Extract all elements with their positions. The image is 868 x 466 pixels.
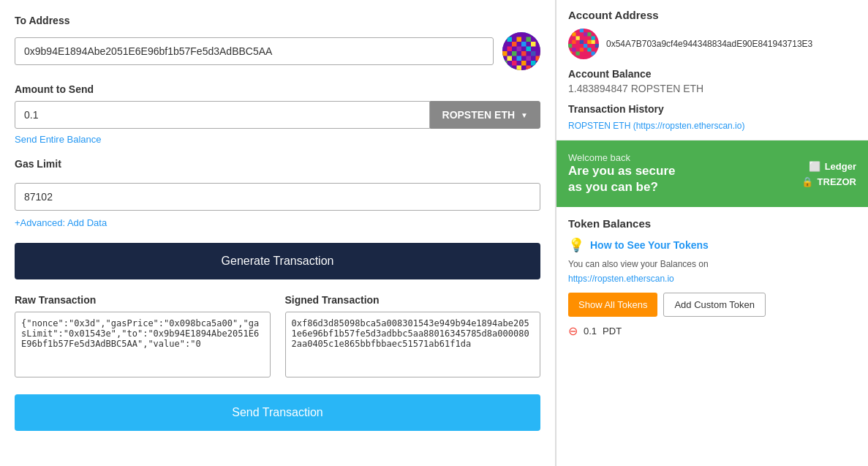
- tx-history-link[interactable]: ROPSTEN ETH (https://ropsten.etherscan.i…: [568, 121, 744, 131]
- bulb-icon: 💡: [568, 237, 584, 253]
- svg-rect-10: [502, 51, 507, 56]
- ledger-label: Ledger: [825, 161, 856, 172]
- svg-rect-1: [507, 37, 513, 42]
- how-to-row: 💡 How to See Your Tokens: [568, 237, 856, 253]
- svg-rect-17: [536, 56, 541, 61]
- svg-rect-4: [512, 42, 517, 47]
- gas-limit-label: Gas Limit: [15, 158, 540, 170]
- to-address-input[interactable]: [15, 37, 494, 65]
- hw-wallet-banner[interactable]: Welcome back Are you as secureas you can…: [556, 140, 868, 207]
- svg-rect-6: [531, 42, 536, 47]
- svg-rect-21: [531, 61, 536, 66]
- generate-transaction-button[interactable]: Generate Transaction: [15, 243, 540, 279]
- raw-tx-label: Raw Transaction: [15, 294, 271, 306]
- token-balances-title: Token Balances: [568, 217, 856, 230]
- svg-rect-38: [584, 44, 587, 48]
- how-to-tokens-link[interactable]: How to See Your Tokens: [590, 239, 709, 251]
- to-address-row: [15, 32, 540, 70]
- hw-banner-headline: Are you as secureas you can be?: [568, 163, 675, 195]
- etherscan-link[interactable]: https://ropsten.etherscan.io: [568, 274, 674, 284]
- show-all-tokens-button[interactable]: Show All Tokens: [568, 293, 657, 317]
- left-panel: To Address: [0, 0, 556, 466]
- signed-tx-label: Signed Transaction: [285, 294, 541, 306]
- amount-input[interactable]: [15, 101, 430, 129]
- remove-token-icon[interactable]: ⊖: [568, 324, 578, 338]
- account-address-value: 0x54A7B703a9cf4e944348834adE90E841943713…: [606, 39, 812, 49]
- token-dropdown-btn[interactable]: ROPSTEN ETH ▼: [430, 101, 540, 129]
- svg-rect-35: [587, 40, 591, 44]
- add-custom-token-button[interactable]: Add Custom Token: [663, 293, 766, 317]
- gas-limit-input[interactable]: [15, 183, 540, 211]
- svg-rect-43: [595, 44, 599, 48]
- transaction-panels: Raw Transaction {"nonce":"0x3d","gasPric…: [15, 294, 540, 380]
- svg-rect-37: [576, 44, 580, 48]
- svg-rect-2: [517, 37, 522, 42]
- account-avatar: [568, 29, 599, 59]
- ledger-logo: ⬜ Ledger: [809, 161, 856, 172]
- svg-rect-44: [568, 52, 572, 56]
- token-buttons-row: Show All Tokens Add Custom Token: [568, 293, 856, 317]
- also-view-text: You can also view your Balances on: [568, 259, 856, 269]
- svg-rect-31: [584, 32, 587, 36]
- token-balance-amount: 0.1: [584, 326, 597, 337]
- svg-rect-3: [527, 37, 532, 42]
- svg-rect-28: [580, 29, 584, 32]
- chevron-down-icon: ▼: [521, 111, 528, 119]
- svg-rect-42: [587, 48, 591, 51]
- svg-rect-7: [507, 47, 513, 52]
- svg-rect-19: [512, 61, 517, 66]
- send-transaction-button[interactable]: Send Transaction: [15, 394, 540, 431]
- signed-tx-textarea[interactable]: 0xf86d3d85098bca5a008301543e949b94e1894a…: [285, 312, 541, 377]
- token-dropdown-label: ROPSTEN ETH: [442, 109, 516, 121]
- token-balance-symbol: PDT: [603, 326, 622, 337]
- account-balance-value: 1.483894847 ROPSTEN ETH: [568, 83, 856, 94]
- svg-rect-8: [517, 47, 522, 52]
- amount-label: Amount to Send: [15, 83, 540, 95]
- svg-rect-46: [584, 52, 587, 56]
- advanced-link[interactable]: +Advanced: Add Data: [15, 217, 107, 228]
- balance-number: 1.483894847: [568, 83, 628, 94]
- svg-rect-39: [592, 40, 595, 44]
- account-address-title: Account Address: [568, 9, 856, 21]
- svg-rect-27: [572, 32, 575, 36]
- svg-rect-24: [527, 66, 532, 71]
- to-address-label: To Address: [15, 15, 540, 26]
- svg-rect-41: [580, 48, 584, 51]
- svg-rect-22: [507, 66, 513, 71]
- svg-rect-30: [576, 37, 580, 40]
- token-balance-row: ⊖ 0.1 PDT: [568, 324, 856, 338]
- svg-rect-33: [572, 40, 575, 44]
- svg-rect-45: [576, 52, 580, 56]
- svg-rect-34: [580, 40, 584, 44]
- svg-rect-18: [502, 61, 507, 66]
- svg-rect-29: [587, 32, 591, 36]
- svg-rect-5: [521, 42, 527, 47]
- svg-rect-15: [517, 56, 522, 61]
- ledger-icon: ⬜: [809, 161, 820, 172]
- trezor-label: TREZOR: [818, 176, 856, 187]
- svg-rect-11: [512, 51, 517, 56]
- svg-rect-16: [527, 56, 532, 61]
- svg-rect-25: [536, 66, 541, 71]
- tx-history-label: Transaction History: [568, 103, 856, 115]
- svg-rect-23: [517, 66, 522, 71]
- amount-row: ROPSTEN ETH ▼: [15, 101, 540, 129]
- svg-rect-14: [507, 56, 513, 61]
- right-panel: Account Address: [556, 0, 868, 466]
- raw-tx-textarea[interactable]: {"nonce":"0x3d","gasPrice":"0x098bca5a00…: [15, 312, 271, 377]
- signed-tx-panel: Signed Transaction 0xf86d3d85098bca5a008…: [285, 294, 541, 380]
- balance-currency: ROPSTEN ETH: [631, 83, 704, 94]
- token-balances-section: Token Balances 💡 How to See Your Tokens …: [556, 207, 868, 348]
- send-entire-balance-link[interactable]: Send Entire Balance: [15, 134, 102, 145]
- svg-rect-32: [592, 37, 595, 40]
- trezor-logo: 🔒 TREZOR: [801, 176, 856, 187]
- hw-logos: ⬜ Ledger 🔒 TREZOR: [801, 161, 856, 187]
- trezor-icon: 🔒: [801, 176, 813, 187]
- hw-banner-welcome: Welcome back: [568, 152, 675, 163]
- svg-rect-12: [521, 51, 527, 56]
- account-address-section: Account Address: [556, 0, 868, 140]
- svg-rect-20: [521, 61, 527, 66]
- hw-banner-content: Welcome back Are you as secureas you can…: [568, 152, 675, 195]
- svg-rect-47: [592, 52, 595, 56]
- svg-rect-13: [531, 51, 536, 56]
